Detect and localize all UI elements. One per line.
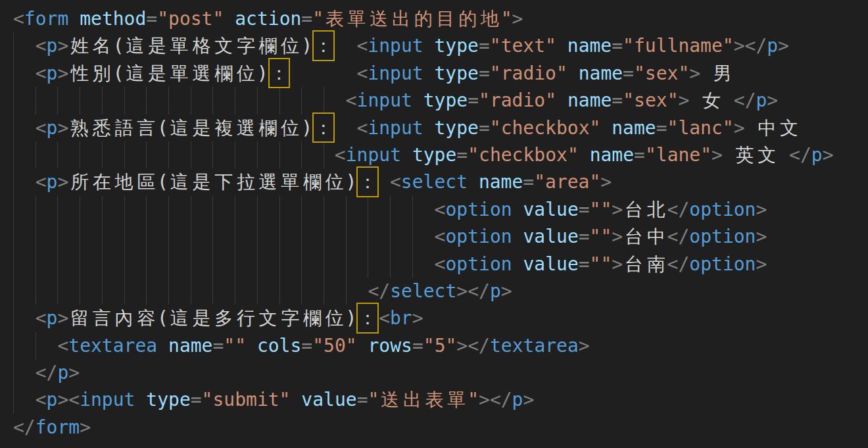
code-text: 台南 [623, 253, 667, 275]
syntax-punctuation: = [579, 253, 590, 275]
cjk-char: 欄 [257, 32, 279, 59]
syntax-punctuation: = [656, 117, 667, 139]
syntax-punctuation: = [468, 89, 479, 111]
cjk-char: 單 [279, 168, 301, 195]
syntax-punctuation: < [356, 62, 368, 84]
syntax-punctuation: > [756, 199, 767, 220]
syntax-punctuation: = [357, 389, 368, 411]
syntax-tag-name: p [47, 307, 58, 329]
cjk-char: 是 [191, 305, 213, 332]
code-text [246, 335, 257, 357]
syntax-string: "" [224, 335, 246, 357]
indent-guides [13, 223, 435, 250]
cjk-char: 位 [324, 305, 346, 332]
syntax-punctuation: ></ [734, 35, 767, 57]
syntax-string: "submit" [202, 389, 291, 411]
syntax-punctuation: </ [734, 89, 756, 111]
cjk-char: 位 [324, 168, 346, 195]
syntax-punctuation: > [756, 226, 767, 247]
syntax-punctuation: > [612, 253, 623, 275]
cjk-char: 位 [235, 60, 257, 87]
syntax-tag-name: input [368, 62, 423, 84]
syntax-tag-name: input [80, 389, 135, 411]
cjk-char: 選 [191, 60, 213, 87]
syntax-punctuation: < [390, 171, 401, 193]
syntax-punctuation: = [412, 335, 423, 357]
cjk-char: 悉 [91, 114, 113, 141]
syntax-string: "" [590, 199, 612, 220]
code-text [468, 171, 479, 193]
cjk-char: 目 [435, 5, 457, 32]
indent-guides [13, 196, 435, 223]
syntax-tag-name: br [390, 307, 412, 329]
cjk-char: 多 [212, 305, 235, 332]
syntax-tag-name: form [36, 416, 80, 438]
syntax-punctuation: > [612, 226, 623, 247]
syntax-punctuation: > [57, 62, 68, 84]
syntax-punctuation: < [435, 199, 446, 220]
code-line: <option value="">台南</option> [13, 251, 868, 278]
syntax-punctuation: ></ [456, 280, 490, 302]
syntax-attribute-name: name [479, 171, 523, 193]
syntax-punctuation: ></ [479, 389, 512, 411]
syntax-string: "sex" [623, 89, 678, 111]
syntax-tag-name: input [368, 35, 423, 57]
syntax-punctuation: < [335, 144, 346, 166]
syntax-attribute-name: value [523, 253, 578, 275]
code-text: 中文 [745, 117, 800, 139]
syntax-punctuation: < [346, 89, 357, 111]
code-text [423, 117, 435, 139]
syntax-punctuation: = [191, 389, 202, 411]
syntax-string: "sex" [634, 62, 689, 84]
syntax-tag-name: p [490, 280, 501, 302]
syntax-punctuation: = [479, 62, 490, 84]
syntax-punctuation: < [435, 253, 446, 275]
syntax-attribute-name: type [423, 89, 468, 111]
syntax-punctuation: > [767, 89, 778, 111]
code-line: <p><input type="submit" value="送出表單"></p… [13, 386, 868, 413]
syntax-string: "表單送出的目的地" [312, 8, 512, 30]
syntax-punctuation: < [36, 389, 47, 411]
syntax-attribute-name: name [590, 144, 634, 166]
code-text [579, 144, 590, 166]
code-text [512, 199, 523, 220]
cjk-char: 語 [113, 114, 135, 141]
cjk-char: 選 [257, 168, 279, 195]
syntax-attribute-name: name [567, 35, 612, 57]
syntax-string: "50" [312, 335, 356, 357]
syntax-tag-name: option [689, 226, 756, 247]
cjk-char: 出 [401, 386, 423, 413]
syntax-punctuation: = [612, 35, 623, 57]
syntax-punctuation: > [68, 362, 80, 384]
code-text [423, 35, 435, 57]
syntax-attribute-name: type [146, 389, 190, 411]
syntax-string: "checkbox" [468, 144, 579, 166]
code-text: 台中 [623, 226, 667, 247]
code-line: <option value="">台中</option> [13, 223, 868, 250]
indent-guides [13, 87, 346, 114]
syntax-punctuation: > [679, 89, 690, 111]
syntax-punctuation: < [36, 62, 47, 84]
cjk-char: 男 [711, 60, 734, 87]
syntax-string: "" [590, 226, 612, 247]
code-line: <p>性別(這是單選欄位)： <input type="radio" name=… [13, 60, 868, 87]
syntax-attribute-name: value [523, 199, 578, 220]
unicode-highlight-box: ： [268, 60, 291, 87]
indent-guides [13, 60, 36, 87]
cjk-char: 單 [346, 5, 368, 32]
code-text: 男 [700, 62, 734, 84]
cjk-char: 是 [146, 60, 168, 87]
cjk-char: 欄 [212, 60, 235, 87]
code-text [157, 335, 168, 357]
cjk-char: 女 [700, 87, 723, 114]
syntax-punctuation: > [57, 171, 68, 193]
syntax-punctuation: < [379, 307, 390, 329]
code-editor[interactable]: <form method="post" action="表單送出的目的地"><p… [0, 0, 868, 448]
syntax-punctuation: > [57, 307, 68, 329]
code-text [412, 89, 423, 111]
syntax-punctuation: = [579, 199, 590, 220]
syntax-tag-name: option [689, 253, 756, 275]
syntax-attribute-name: action [235, 8, 301, 30]
code-text [68, 8, 80, 30]
syntax-punctuation: > [612, 199, 623, 220]
